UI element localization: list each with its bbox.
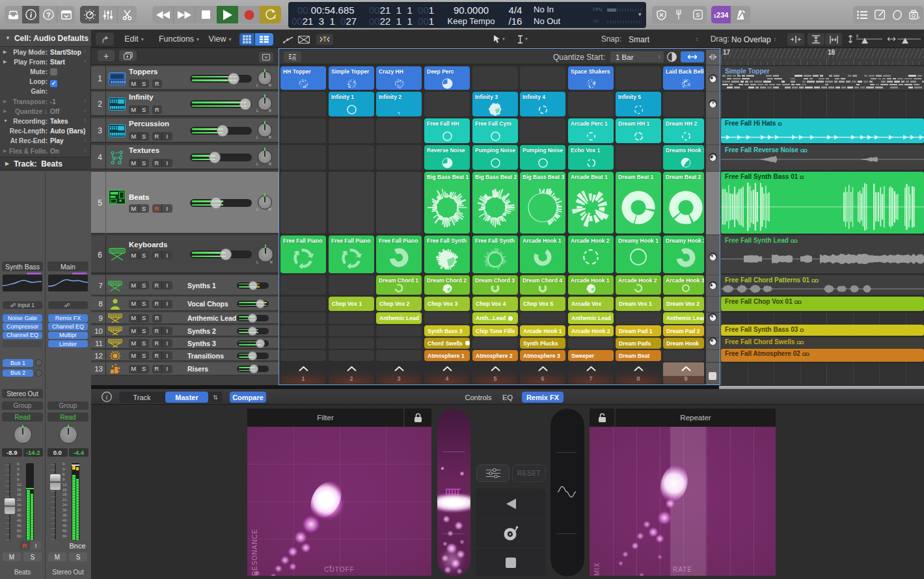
svg-text:R: R (292, 55, 296, 61)
svg-text:i: i (105, 394, 107, 401)
svg-text:?: ? (46, 11, 51, 19)
svg-text:S: S (696, 11, 700, 18)
svg-text:i: i (29, 11, 32, 19)
svg-text:♪: ♪ (917, 14, 920, 20)
